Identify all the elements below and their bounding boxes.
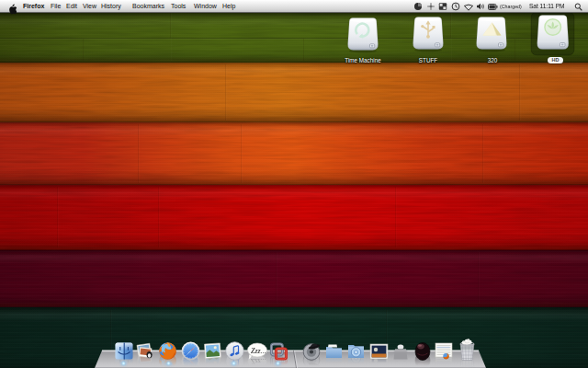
svg-text:Zzz...: Zzz...	[251, 347, 266, 355]
